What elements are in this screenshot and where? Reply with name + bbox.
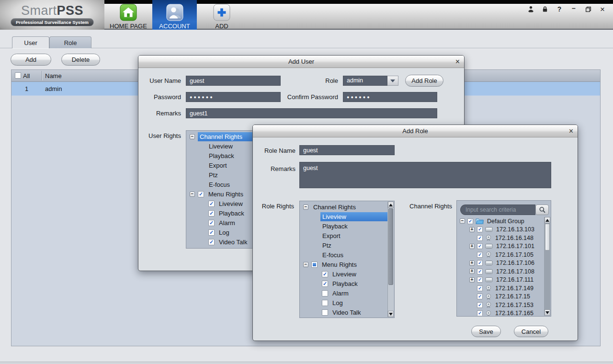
channel-tree-scrollbar[interactable] [544, 217, 550, 316]
scrollbar-thumb[interactable] [388, 208, 393, 285]
user-name-field[interactable] [186, 76, 281, 86]
tree-item-log[interactable]: Log [300, 298, 388, 307]
tree-checkbox-checked[interactable] [208, 220, 215, 226]
role-dropdown[interactable]: admin [343, 76, 398, 86]
tree-checkbox-unchecked[interactable] [322, 309, 328, 316]
role-remarks-field[interactable]: guest [299, 162, 551, 188]
tree-checkbox-checked[interactable] [477, 310, 483, 316]
tree-item-video-talk[interactable]: Video Talk [300, 307, 388, 317]
role-rights-scrollbar[interactable] [387, 202, 394, 317]
tree-item-172-16-17-153[interactable]: 172.16.17.153 [458, 301, 544, 309]
tree-checkbox-checked[interactable] [477, 227, 483, 232]
minimize-button[interactable]: – [570, 5, 578, 13]
tree-checkbox-checked[interactable] [477, 285, 483, 291]
expand-icon[interactable]: + [469, 244, 475, 249]
tree-checkbox-checked[interactable] [198, 191, 204, 197]
add-role-button[interactable]: Add Role [405, 75, 443, 87]
tree-checkbox-checked[interactable] [477, 252, 483, 258]
scroll-up-button[interactable] [545, 217, 550, 223]
tree-item-172-16-16-148[interactable]: 172.16.16.148 [458, 234, 544, 242]
nav-add[interactable]: ADD [209, 0, 234, 30]
tree-checkbox-unchecked[interactable] [322, 300, 328, 306]
restore-button[interactable] [584, 5, 592, 13]
collapse-icon[interactable]: − [460, 218, 465, 224]
tree-item-playback[interactable]: Playback [300, 221, 388, 231]
nav-account[interactable]: ACCOUNT [152, 0, 197, 30]
tree-checkbox-checked[interactable] [477, 269, 483, 274]
nav-home-page[interactable]: HOME PAGE [106, 0, 150, 30]
tree-checkbox-checked[interactable] [208, 249, 215, 249]
tree-checkbox-checked[interactable] [477, 235, 483, 241]
add-user-close-button[interactable]: × [455, 58, 460, 66]
tab-user[interactable]: User [12, 36, 49, 48]
scroll-down-button[interactable] [388, 311, 394, 317]
tree-checkbox-checked[interactable] [477, 260, 483, 266]
tree-checkbox-partial[interactable] [311, 262, 318, 268]
cancel-button[interactable]: Cancel [514, 326, 548, 337]
tree-item-playback[interactable]: Playback [300, 279, 388, 288]
collapse-icon[interactable]: − [190, 192, 195, 197]
delete-button[interactable]: Delete [61, 54, 100, 66]
expand-icon[interactable]: + [469, 261, 475, 266]
tree-checkbox-unchecked[interactable] [322, 290, 328, 296]
collapse-icon[interactable]: − [190, 134, 195, 139]
scrollbar-thumb[interactable] [545, 224, 550, 250]
tree-item-172-16-13-103[interactable]: +172.16.13.103 [458, 226, 544, 234]
tree-item-172-16-17-111[interactable]: +172.16.17.111 [458, 276, 544, 284]
tree-checkbox-checked[interactable] [467, 218, 473, 224]
channel-search-input[interactable] [460, 205, 535, 215]
tree-checkbox-checked[interactable] [322, 281, 328, 287]
tree-item-172-16-17-106[interactable]: +172.16.17.106 [458, 259, 544, 268]
close-button[interactable]: × [599, 5, 606, 13]
tree-item-export[interactable]: Export [300, 231, 388, 240]
lock-button[interactable] [541, 5, 549, 13]
add-role-close-button[interactable]: × [569, 127, 573, 135]
remarks-field[interactable] [186, 108, 437, 118]
tree-item-172-16-17-105[interactable]: 172.16.17.105 [458, 250, 544, 259]
collapse-icon[interactable]: − [303, 205, 308, 210]
tree-checkbox-checked[interactable] [208, 239, 215, 245]
add-user-dialog-titlebar[interactable]: Add User × [138, 56, 464, 68]
tree-checkbox-checked[interactable] [322, 271, 328, 277]
add-button[interactable]: Add [11, 54, 51, 66]
tree-item-label: E-focus [320, 250, 388, 260]
help-button[interactable]: ? [556, 5, 563, 13]
tree-checkbox-checked[interactable] [477, 302, 483, 308]
tree-item-ptz[interactable]: Ptz [300, 240, 388, 250]
expand-icon[interactable]: + [469, 269, 475, 274]
tree-item-liveview[interactable]: Liveview [300, 212, 388, 221]
select-all-checkbox[interactable] [15, 72, 21, 79]
confirm-password-field[interactable] [343, 92, 437, 102]
tree-item-e-focus[interactable]: E-focus [300, 250, 388, 260]
tree-item-172-16-17-108[interactable]: +172.16.17.108 [458, 267, 544, 276]
expand-icon[interactable]: + [469, 277, 475, 283]
add-role-dialog-titlebar[interactable]: Add Role × [253, 125, 578, 137]
tab-role[interactable]: Role [49, 36, 91, 48]
search-button[interactable] [535, 205, 549, 215]
user-session-button[interactable] [527, 5, 534, 13]
tree-item-video-wall[interactable]: Video Wall [300, 317, 388, 318]
scroll-down-button[interactable] [545, 309, 550, 316]
tree-checkbox-checked[interactable] [477, 294, 483, 299]
tree-item-172-16-17-15[interactable]: 172.16.17.15 [458, 293, 544, 301]
tree-checkbox-checked[interactable] [208, 210, 215, 216]
tree-item-menu-rights[interactable]: −Menu Rights [300, 260, 388, 269]
tree-checkbox-checked[interactable] [477, 243, 483, 249]
tree-item-172-16-17-101[interactable]: +172.16.17.101 [458, 242, 544, 251]
tree-item-liveview[interactable]: Liveview [300, 269, 388, 279]
tree-item-172-16-17-149[interactable]: 172.16.17.149 [458, 284, 544, 293]
tree-item-172-16-17-165[interactable]: 172.16.17.165 [458, 309, 544, 316]
tree-checkbox-checked[interactable] [477, 277, 483, 283]
tree-checkbox-checked[interactable] [208, 201, 215, 207]
collapse-icon[interactable]: − [303, 262, 308, 267]
role-name-field[interactable] [299, 145, 395, 155]
role-dropdown-button[interactable] [387, 76, 398, 86]
tree-checkbox-checked[interactable] [208, 229, 215, 236]
password-field[interactable] [186, 92, 281, 102]
tree-item-default-group[interactable]: −Default Group [458, 217, 544, 226]
tree-item-alarm[interactable]: Alarm [300, 288, 388, 298]
save-button[interactable]: Save [471, 326, 501, 337]
expand-icon[interactable]: + [469, 227, 475, 232]
tree-item-label: 172.16.17.101 [495, 243, 536, 250]
tree-item-channel-rights[interactable]: −Channel Rights [300, 202, 388, 212]
